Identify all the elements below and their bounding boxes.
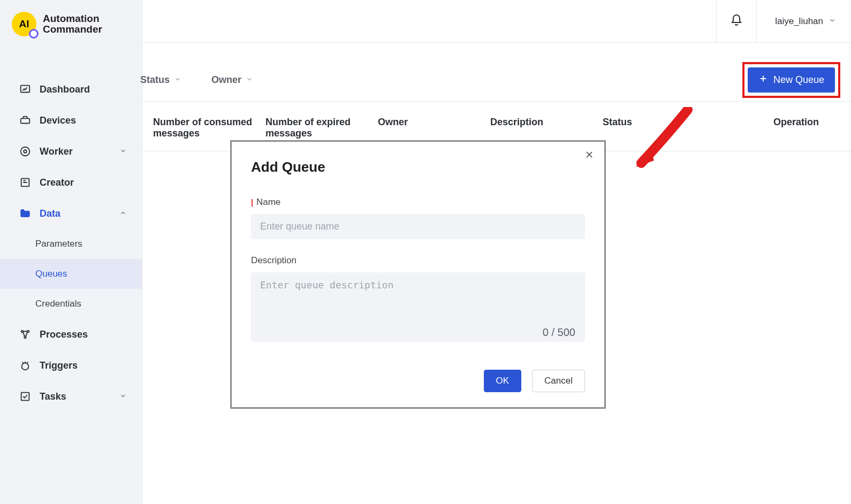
add-queue-modal: Add Queue | Name Description 0 / 500 OK … [230, 140, 606, 409]
sidebar-item-processes[interactable]: Processes [0, 319, 142, 350]
user-menu[interactable]: laiye_liuhan [757, 16, 836, 27]
modal-actions: OK Cancel [251, 370, 585, 392]
ok-button[interactable]: OK [484, 370, 522, 392]
devices-icon [19, 114, 31, 126]
sidebar-item-label: Devices [40, 115, 76, 126]
filter-status[interactable]: Status [140, 74, 181, 86]
creator-icon [19, 177, 31, 188]
brand-name-line2: Commander [43, 24, 102, 35]
svg-rect-9 [21, 393, 29, 401]
svg-point-5 [21, 331, 24, 333]
brand-logo: AI Automation Commander [0, 0, 142, 52]
bell-icon [730, 14, 743, 29]
filter-owner[interactable]: Owner [211, 74, 253, 86]
dashboard-icon [19, 83, 31, 95]
folder-icon [19, 208, 31, 219]
desc-label-text: Description [251, 255, 297, 266]
sidebar-item-worker[interactable]: Worker [0, 136, 142, 167]
sidebar: AI Automation Commander Dashboard Device… [0, 0, 142, 504]
brand-name-line1: Automation [43, 13, 102, 24]
svg-point-7 [24, 337, 26, 339]
close-icon [584, 149, 595, 163]
required-indicator: | [251, 198, 253, 207]
filter-label: Owner [211, 74, 241, 86]
sidebar-submenu-data: Parameters Queues Credentials [0, 229, 142, 319]
col-expired: Number of expired messages [265, 117, 378, 139]
plus-icon [758, 74, 768, 86]
sidebar-sub-queues[interactable]: Queues [0, 259, 142, 289]
queue-description-input[interactable] [251, 272, 585, 342]
col-owner: Owner [378, 117, 490, 139]
sidebar-item-creator[interactable]: Creator [0, 167, 142, 198]
sidebar-item-dashboard[interactable]: Dashboard [0, 74, 142, 105]
chevron-down-icon [829, 16, 836, 27]
brand-badge-text: AI [19, 18, 29, 30]
sidebar-sub-label: Credentials [35, 299, 81, 309]
field-name-label: | Name [251, 197, 585, 208]
queue-name-input[interactable] [251, 214, 585, 239]
sidebar-item-label: Dashboard [40, 84, 90, 95]
field-description: Description 0 / 500 [251, 255, 585, 344]
svg-point-6 [27, 331, 29, 333]
sidebar-item-label: Triggers [40, 360, 78, 371]
sidebar-item-label: Processes [40, 329, 88, 340]
filters-row: Status Owner New Queue [142, 59, 851, 102]
sidebar-item-label: Data [40, 208, 60, 219]
desc-wrap: 0 / 500 [251, 272, 585, 344]
svg-point-2 [21, 147, 30, 156]
topbar: laiye_liuhan [142, 0, 851, 43]
sidebar-sub-credentials[interactable]: Credentials [0, 289, 142, 319]
chevron-down-icon [119, 146, 127, 157]
sidebar-sub-label: Queues [35, 269, 67, 279]
user-name: laiye_liuhan [775, 16, 823, 27]
sidebar-item-label: Tasks [40, 391, 66, 402]
char-count: 0 / 500 [543, 326, 575, 339]
tasks-icon [19, 391, 31, 402]
sidebar-item-label: Creator [40, 177, 74, 188]
svg-point-3 [24, 150, 27, 153]
svg-point-8 [22, 363, 29, 370]
brand-name: Automation Commander [43, 13, 102, 35]
nav: Dashboard Devices Worker Creator [0, 52, 142, 412]
name-label-text: Name [256, 197, 280, 208]
field-name: | Name [251, 197, 585, 239]
svg-rect-0 [21, 86, 30, 93]
chevron-up-icon [119, 208, 127, 219]
sidebar-sub-parameters[interactable]: Parameters [0, 229, 142, 259]
chevron-down-icon [174, 74, 181, 86]
filter-label: Status [140, 74, 170, 86]
field-desc-label: Description [251, 255, 585, 266]
new-queue-button[interactable]: New Queue [748, 67, 835, 93]
sidebar-item-tasks[interactable]: Tasks [0, 381, 142, 412]
notifications-button[interactable] [716, 0, 757, 43]
sidebar-item-data[interactable]: Data [0, 198, 142, 229]
col-operation: Operation [667, 117, 840, 139]
worker-icon [19, 146, 31, 157]
brand-badge-dot [29, 29, 39, 39]
sidebar-sub-label: Parameters [35, 239, 82, 249]
chevron-down-icon [119, 391, 127, 402]
sidebar-item-label: Worker [40, 146, 73, 157]
col-consumed: Number of consumed messages [153, 117, 265, 139]
new-queue-label: New Queue [773, 74, 824, 86]
triggers-icon [19, 360, 31, 371]
sidebar-item-triggers[interactable]: Triggers [0, 350, 142, 381]
new-queue-highlight: New Queue [742, 62, 840, 98]
svg-rect-1 [21, 118, 30, 123]
cancel-button[interactable]: Cancel [532, 370, 585, 392]
chevron-down-icon [246, 74, 253, 86]
processes-icon [19, 329, 31, 340]
close-button[interactable] [584, 149, 595, 163]
modal-title: Add Queue [251, 159, 585, 175]
col-status: Status [603, 117, 667, 139]
col-description: Description [490, 117, 603, 139]
brand-badge: AI [12, 12, 36, 36]
sidebar-item-devices[interactable]: Devices [0, 105, 142, 136]
